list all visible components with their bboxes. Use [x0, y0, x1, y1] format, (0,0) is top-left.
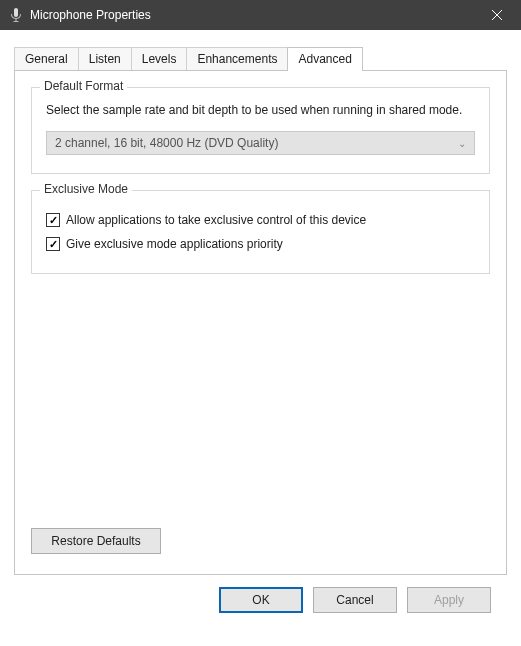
tab-enhancements[interactable]: Enhancements: [186, 47, 288, 70]
exclusive-control-label: Allow applications to take exclusive con…: [66, 213, 366, 227]
restore-defaults-button[interactable]: Restore Defaults: [31, 528, 161, 554]
tab-strip: General Listen Levels Enhancements Advan…: [14, 46, 507, 70]
exclusive-control-checkbox[interactable]: [46, 213, 60, 227]
exclusive-priority-checkbox-row[interactable]: Give exclusive mode applications priorit…: [46, 237, 475, 251]
sample-rate-selected: 2 channel, 16 bit, 48000 Hz (DVD Quality…: [55, 136, 278, 150]
microphone-icon: [8, 7, 24, 23]
chevron-down-icon: ⌄: [458, 138, 466, 149]
exclusive-mode-legend: Exclusive Mode: [40, 182, 132, 196]
tab-levels[interactable]: Levels: [131, 47, 188, 70]
close-button[interactable]: [477, 0, 517, 30]
exclusive-mode-group: Exclusive Mode Allow applications to tak…: [31, 190, 490, 274]
exclusive-priority-checkbox[interactable]: [46, 237, 60, 251]
tab-panel-advanced: Default Format Select the sample rate an…: [14, 70, 507, 575]
title-bar: Microphone Properties: [0, 0, 521, 30]
tab-general[interactable]: General: [14, 47, 79, 70]
window-title: Microphone Properties: [30, 8, 477, 22]
tab-listen[interactable]: Listen: [78, 47, 132, 70]
ok-button[interactable]: OK: [219, 587, 303, 613]
default-format-group: Default Format Select the sample rate an…: [31, 87, 490, 174]
restore-defaults-area: Restore Defaults: [31, 528, 161, 554]
exclusive-priority-label: Give exclusive mode applications priorit…: [66, 237, 283, 251]
sample-rate-dropdown[interactable]: 2 channel, 16 bit, 48000 Hz (DVD Quality…: [46, 131, 475, 155]
exclusive-control-checkbox-row[interactable]: Allow applications to take exclusive con…: [46, 213, 475, 227]
tab-advanced[interactable]: Advanced: [287, 47, 362, 71]
default-format-legend: Default Format: [40, 79, 127, 93]
cancel-button[interactable]: Cancel: [313, 587, 397, 613]
dialog-button-row: OK Cancel Apply: [14, 575, 507, 629]
dialog-content: General Listen Levels Enhancements Advan…: [0, 30, 521, 639]
default-format-description: Select the sample rate and bit depth to …: [46, 102, 475, 119]
apply-button[interactable]: Apply: [407, 587, 491, 613]
